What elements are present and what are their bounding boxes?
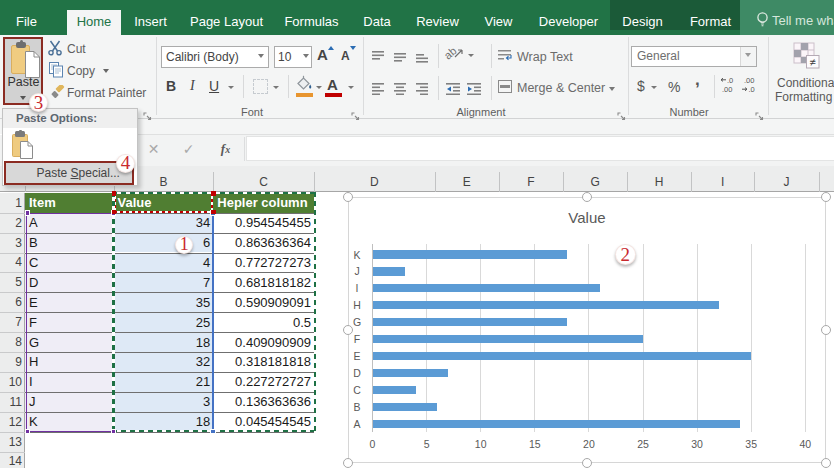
svg-text:.0: .0	[749, 85, 755, 94]
svg-text:.00: .00	[744, 77, 754, 85]
svg-text:≠: ≠	[810, 56, 816, 68]
svg-text:.0: .0	[727, 77, 733, 85]
svg-text:.00: .00	[722, 85, 732, 94]
